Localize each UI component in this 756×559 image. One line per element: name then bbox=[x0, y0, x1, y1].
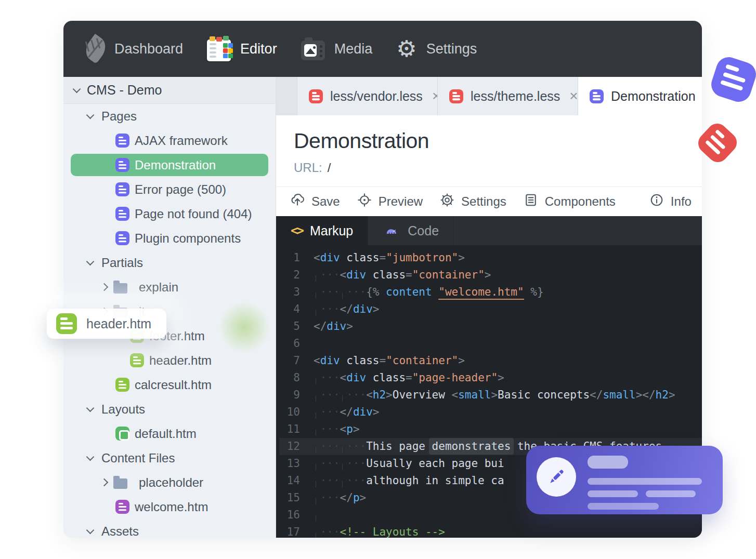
code-line-content: ···</div> bbox=[314, 301, 379, 318]
tree-item-calcresult-htm[interactable]: calcresult.htm bbox=[63, 372, 276, 397]
page-icon bbox=[590, 89, 604, 103]
tree-item-partials[interactable]: Partials bbox=[63, 250, 276, 275]
editor-mode-tabs: <>MarkupCode bbox=[276, 216, 702, 245]
code-line: 5</div> bbox=[279, 318, 702, 335]
components-button[interactable]: Components bbox=[523, 187, 616, 216]
toolbar-button-label: Info bbox=[671, 194, 692, 209]
drag-chip-label: header.htm bbox=[86, 316, 151, 331]
tree-item-label: AJAX framework bbox=[135, 134, 228, 148]
code-line: 11···<p> bbox=[279, 421, 702, 438]
editor-icon-grid bbox=[223, 43, 228, 48]
code-line: 9······<h2>Overview <small>Basic concept… bbox=[279, 387, 702, 404]
code-line-content: </div> bbox=[314, 318, 353, 335]
tree-item-label: header.htm bbox=[149, 353, 212, 368]
info-button[interactable]: Info bbox=[649, 187, 692, 216]
sidebar-theme-header[interactable]: CMS - Demo bbox=[63, 77, 276, 104]
document-tabbar: less/vendor.less×less/theme.less×Demonst… bbox=[276, 77, 702, 115]
tree-item-label: calcresult.htm bbox=[135, 378, 212, 392]
tree-item-page-not-found-404-[interactable]: Page not found (404) bbox=[63, 202, 276, 226]
media-icon bbox=[301, 41, 325, 60]
media-icon-part bbox=[306, 48, 315, 54]
toolbar-button-label: Components bbox=[545, 194, 616, 209]
folder-icon bbox=[113, 478, 127, 489]
line-number: 14 bbox=[279, 472, 314, 489]
editor-tab-code[interactable]: Code bbox=[368, 216, 454, 245]
drag-ghost-chip[interactable]: header.htm bbox=[47, 309, 166, 339]
tree-item-explain[interactable]: explain bbox=[63, 275, 276, 299]
pencil-badge bbox=[537, 457, 576, 497]
line-number: 8 bbox=[279, 369, 314, 387]
tree-item-error-page-500-[interactable]: Error page (500) bbox=[63, 177, 276, 202]
preview-icon bbox=[357, 192, 372, 211]
tree-item-assets[interactable]: Assets bbox=[63, 519, 276, 538]
tree-item-welcome-htm[interactable]: welcome.htm bbox=[63, 495, 276, 519]
tree-item-default-htm[interactable]: default.htm bbox=[63, 421, 276, 446]
code-line-content bbox=[314, 507, 320, 524]
line-number: 16 bbox=[279, 507, 314, 524]
less-file-icon bbox=[449, 89, 463, 103]
save-button[interactable]: Save bbox=[290, 187, 340, 216]
tab-less-vendor-less[interactable]: less/vendor.less× bbox=[297, 77, 437, 115]
tab-demonstration[interactable]: Demonstration× bbox=[578, 77, 702, 115]
line-number: 10 bbox=[279, 404, 314, 421]
tree-item-ajax-framework[interactable]: AJAX framework bbox=[63, 128, 276, 153]
nav-item-editor[interactable]: Editor bbox=[207, 36, 277, 61]
close-icon[interactable]: × bbox=[569, 88, 578, 104]
tab-less-theme-less[interactable]: less/theme.less× bbox=[437, 77, 578, 115]
tree-item-label: Demonstration bbox=[135, 158, 216, 172]
preview-button[interactable]: Preview bbox=[357, 187, 423, 216]
editor-tab-label: Code bbox=[408, 223, 439, 238]
code-line: 8···<div class="page-header"> bbox=[279, 369, 702, 387]
page: DashboardEditorMediaSettings CMS - Demo … bbox=[0, 0, 756, 559]
toolbar-button-label: Settings bbox=[461, 194, 506, 209]
line-number: 15 bbox=[279, 489, 314, 507]
code-line-content: ···</div> bbox=[314, 404, 379, 421]
tree-item-label: Content Files bbox=[101, 451, 175, 465]
tree-item-pages[interactable]: Pages bbox=[63, 104, 276, 128]
line-number: 2 bbox=[279, 267, 314, 284]
code-line: 17···<!-- Layouts --> bbox=[279, 524, 702, 538]
url-value: / bbox=[328, 161, 331, 175]
tree-item-label: explain bbox=[139, 280, 178, 295]
tree-item-demonstration[interactable]: Demonstration bbox=[71, 154, 268, 176]
nav-item-label: Media bbox=[334, 41, 373, 57]
partial-icon bbox=[115, 378, 129, 392]
editor-tab-markup[interactable]: <>Markup bbox=[276, 216, 368, 245]
nav-item-settings[interactable]: Settings bbox=[396, 37, 477, 60]
line-number: 4 bbox=[279, 301, 314, 318]
nav-item-dashboard[interactable]: Dashboard bbox=[86, 37, 183, 61]
drop-target-glow bbox=[218, 301, 270, 353]
nav-item-label: Editor bbox=[240, 41, 277, 57]
line-number: 1 bbox=[279, 249, 314, 267]
chevron-right-icon bbox=[100, 478, 109, 487]
line-number: 11 bbox=[279, 421, 314, 438]
less-file-icon bbox=[309, 89, 323, 103]
page-title: Demonstration bbox=[294, 129, 684, 153]
nav-item-media[interactable]: Media bbox=[301, 37, 373, 60]
content-icon bbox=[115, 500, 129, 514]
tree-item-label: welcome.htm bbox=[135, 500, 208, 514]
code-line-content: ······<h2>Overview <small>Basic concepts… bbox=[314, 387, 675, 404]
code-line-content: <div class="jumbotron"> bbox=[314, 249, 465, 267]
theme-title: CMS - Demo bbox=[87, 83, 162, 98]
toolbar-button-label: Save bbox=[311, 194, 340, 209]
chevron-down-icon bbox=[86, 452, 95, 461]
code-line-content: ···<div class="container"> bbox=[314, 267, 491, 284]
line-number: 6 bbox=[279, 335, 314, 352]
nav-item-label: Dashboard bbox=[114, 41, 183, 57]
tree-item-content-files[interactable]: Content Files bbox=[63, 446, 276, 470]
tree-item-plugin-components[interactable]: Plugin components bbox=[63, 226, 276, 250]
page-icon bbox=[115, 207, 129, 221]
code-line-content: ······Usually each page bui bbox=[314, 455, 504, 472]
tree-item-placeholder[interactable]: placeholder bbox=[63, 470, 276, 495]
pencil-icon bbox=[545, 465, 568, 488]
line-number: 12 bbox=[279, 438, 314, 455]
page-icon bbox=[115, 134, 129, 148]
code-line-content: ······{% content "welcome.htm" %} bbox=[314, 284, 544, 301]
tree-item-label: Page not found (404) bbox=[135, 207, 252, 221]
line-number: 5 bbox=[279, 318, 314, 335]
tree-item-layouts[interactable]: Layouts bbox=[63, 397, 276, 421]
code-line-content: <div class="container"> bbox=[314, 352, 465, 369]
settings-button[interactable]: Settings bbox=[439, 187, 506, 216]
line-number: 9 bbox=[279, 387, 314, 404]
